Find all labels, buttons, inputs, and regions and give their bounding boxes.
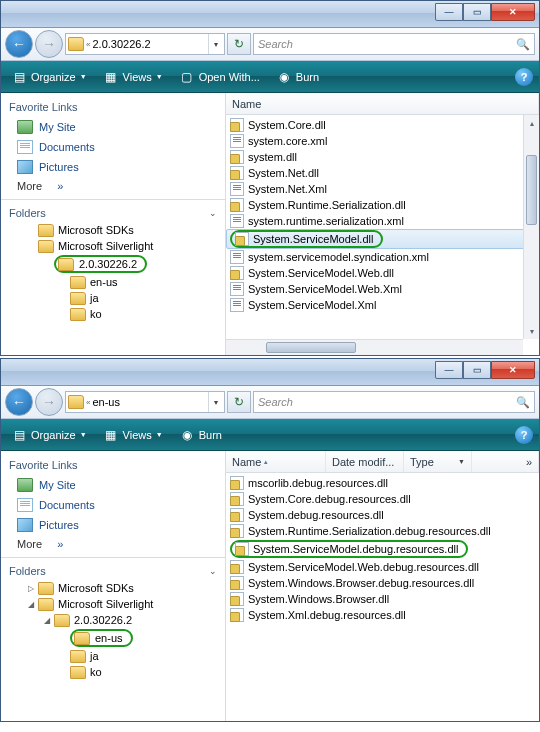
file-row[interactable]: System.Xml.debug.resources.dll	[226, 607, 539, 623]
file-row[interactable]: System.ServiceModel.Web.Xml	[226, 281, 539, 297]
file-row[interactable]: System.ServiceModel.dll	[226, 229, 539, 249]
titlebar[interactable]: — ▭ ✕	[1, 359, 539, 386]
fav-link-mysite[interactable]: My Site	[9, 117, 217, 137]
breadcrumb[interactable]: « 2.0.30226.2 ▾	[65, 33, 225, 55]
tree-node[interactable]: ja	[9, 648, 219, 664]
refresh-button[interactable]: ↻	[227, 391, 251, 413]
file-row[interactable]: System.Windows.Browser.debug.resources.d…	[226, 575, 539, 591]
file-row[interactable]: System.Runtime.Serialization.dll	[226, 197, 539, 213]
expand-icon[interactable]: ▷	[25, 584, 36, 593]
tree-node[interactable]: ▷Microsoft SDKs	[9, 580, 219, 596]
folders-header[interactable]: Folders⌄	[7, 562, 219, 580]
maximize-button[interactable]: ▭	[463, 3, 491, 21]
breadcrumb-folder[interactable]: en-us	[92, 396, 206, 408]
column-more[interactable]: »	[472, 451, 539, 472]
fav-link-pictures[interactable]: Pictures	[9, 515, 217, 535]
fav-link-documents[interactable]: Documents	[9, 137, 217, 157]
column-name[interactable]: Name▴	[226, 451, 326, 472]
column-header-row: Name	[226, 93, 539, 115]
scrollbar-thumb[interactable]	[266, 342, 356, 353]
help-button[interactable]: ?	[515, 68, 533, 86]
minimize-button[interactable]: —	[435, 3, 463, 21]
breadcrumb-dropdown[interactable]: ▾	[208, 392, 222, 412]
horizontal-scrollbar[interactable]	[226, 339, 523, 355]
open-with-button[interactable]: ▢Open With...	[175, 67, 264, 87]
file-row[interactable]: System.Runtime.Serialization.debug.resou…	[226, 523, 539, 539]
organize-button[interactable]: ▤Organize▼	[7, 67, 91, 87]
burn-button[interactable]: ◉Burn	[272, 67, 323, 87]
column-type[interactable]: Type▼	[404, 451, 472, 472]
views-button[interactable]: ▦Views▼	[99, 67, 167, 87]
sidebar: Favorite Links My Site Documents Picture…	[1, 451, 226, 721]
file-row[interactable]: System.ServiceModel.Web.debug.resources.…	[226, 559, 539, 575]
fav-link-mysite[interactable]: My Site	[9, 475, 217, 495]
burn-button[interactable]: ◉Burn	[175, 425, 226, 445]
file-list[interactable]: System.Core.dllsystem.core.xmlsystem.dll…	[226, 115, 539, 355]
expand-icon[interactable]: ◢	[41, 616, 52, 625]
views-button[interactable]: ▦Views▼	[99, 425, 167, 445]
search-input[interactable]: Search 🔍	[253, 33, 535, 55]
help-button[interactable]: ?	[515, 426, 533, 444]
file-row[interactable]: system.servicemodel.syndication.xml	[226, 249, 539, 265]
chevron-down-icon: ⌄	[209, 208, 217, 218]
titlebar[interactable]: — ▭ ✕	[1, 1, 539, 28]
close-button[interactable]: ✕	[491, 3, 535, 21]
tree-node[interactable]: Microsoft SDKs	[9, 222, 219, 238]
column-date[interactable]: Date modif...	[326, 451, 404, 472]
tree-node[interactable]: Microsoft Silverlight	[9, 238, 219, 254]
file-row[interactable]: System.debug.resources.dll	[226, 507, 539, 523]
vertical-scrollbar[interactable]: ▴▾	[523, 115, 539, 339]
dll-icon	[230, 608, 244, 622]
breadcrumb-folder[interactable]: 2.0.30226.2	[92, 38, 206, 50]
fav-link-more[interactable]: More »	[9, 177, 217, 195]
tree-node[interactable]: 2.0.30226.2	[9, 254, 219, 274]
file-row[interactable]: System.Net.dll	[226, 165, 539, 181]
file-row[interactable]: system.dll	[226, 149, 539, 165]
dll-icon	[230, 492, 244, 506]
tree-node[interactable]: en-us	[9, 628, 219, 648]
tree-node[interactable]: ko	[9, 306, 219, 322]
tree-node[interactable]: en-us	[9, 274, 219, 290]
back-button[interactable]: ←	[5, 30, 33, 58]
refresh-button[interactable]: ↻	[227, 33, 251, 55]
tree-node[interactable]: ja	[9, 290, 219, 306]
forward-button[interactable]: →	[35, 30, 63, 58]
file-row[interactable]: System.ServiceModel.debug.resources.dll	[226, 539, 539, 559]
dll-icon	[230, 592, 244, 606]
file-row[interactable]: system.runtime.serialization.xml	[226, 213, 539, 229]
breadcrumb-sep: «	[86, 398, 90, 407]
file-list[interactable]: mscorlib.debug.resources.dllSystem.Core.…	[226, 473, 539, 721]
file-name: System.Core.dll	[248, 119, 326, 131]
search-input[interactable]: Search 🔍	[253, 391, 535, 413]
close-button[interactable]: ✕	[491, 361, 535, 379]
back-button[interactable]: ←	[5, 388, 33, 416]
file-row[interactable]: System.Core.debug.resources.dll	[226, 491, 539, 507]
forward-button[interactable]: →	[35, 388, 63, 416]
file-name: System.ServiceModel.Web.dll	[248, 267, 394, 279]
file-row[interactable]: System.Core.dll	[226, 117, 539, 133]
file-row[interactable]: System.Net.Xml	[226, 181, 539, 197]
tree-node[interactable]: ko	[9, 664, 219, 680]
file-row[interactable]: System.ServiceModel.Web.dll	[226, 265, 539, 281]
scrollbar-thumb[interactable]	[526, 155, 537, 225]
breadcrumb[interactable]: « en-us ▾	[65, 391, 225, 413]
maximize-button[interactable]: ▭	[463, 361, 491, 379]
file-name: mscorlib.debug.resources.dll	[248, 477, 388, 489]
fav-link-pictures[interactable]: Pictures	[9, 157, 217, 177]
file-row[interactable]: system.core.xml	[226, 133, 539, 149]
folders-header[interactable]: Folders⌄	[7, 204, 219, 222]
minimize-button[interactable]: —	[435, 361, 463, 379]
file-row[interactable]: mscorlib.debug.resources.dll	[226, 475, 539, 491]
tree-node[interactable]: ◢Microsoft Silverlight	[9, 596, 219, 612]
file-row[interactable]: System.Windows.Browser.dll	[226, 591, 539, 607]
fav-link-documents[interactable]: Documents	[9, 495, 217, 515]
fav-link-more[interactable]: More »	[9, 535, 217, 553]
file-row[interactable]: System.ServiceModel.Xml	[226, 297, 539, 313]
breadcrumb-dropdown[interactable]: ▾	[208, 34, 222, 54]
expand-icon[interactable]: ◢	[25, 600, 36, 609]
folder-tree: ▷Microsoft SDKs◢Microsoft Silverlight◢2.…	[7, 580, 219, 680]
organize-button[interactable]: ▤Organize▼	[7, 425, 91, 445]
column-name[interactable]: Name	[226, 93, 539, 114]
file-name: System.ServiceModel.Web.Xml	[248, 283, 402, 295]
tree-node[interactable]: ◢2.0.30226.2	[9, 612, 219, 628]
